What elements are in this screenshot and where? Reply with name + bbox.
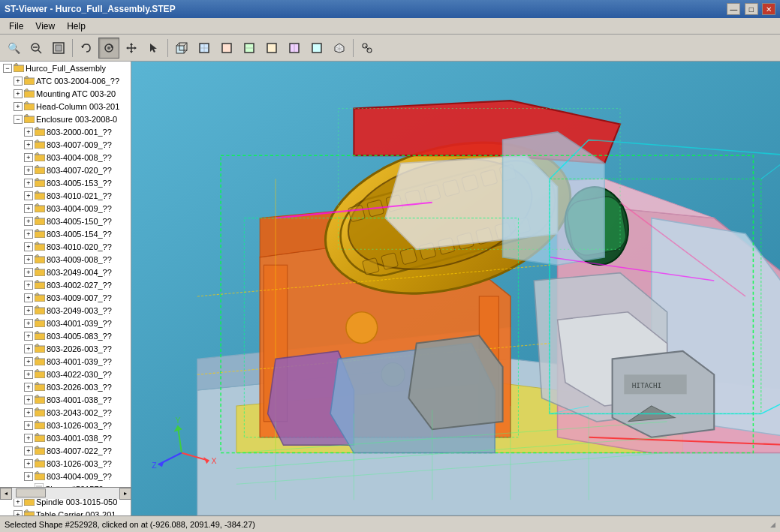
tree-expand-icon[interactable]: − xyxy=(14,115,23,124)
rotate-button[interactable] xyxy=(98,38,119,59)
tree-item-8[interactable]: +803-4007-020_?? xyxy=(0,164,131,176)
view-top-button[interactable] xyxy=(239,38,260,59)
tree-expand-icon[interactable]: + xyxy=(24,332,33,341)
tree-item-31[interactable]: +803-1026-003_?? xyxy=(0,457,131,470)
tree-expand-icon[interactable]: − xyxy=(3,64,12,73)
tree-expand-icon[interactable]: + xyxy=(14,77,23,86)
view-iso-button[interactable] xyxy=(329,38,350,59)
tree-item-1[interactable]: +ATC 003-2004-006_?? xyxy=(0,74,131,87)
menu-help[interactable]: Help xyxy=(61,20,92,33)
pan-button[interactable] xyxy=(121,38,142,59)
tree-expand-icon[interactable]: + xyxy=(24,370,33,379)
tree-expand-icon[interactable]: + xyxy=(24,383,33,392)
tree-expand-icon[interactable]: + xyxy=(24,204,33,213)
tree-item-30[interactable]: +803-4007-022_?? xyxy=(0,444,131,457)
tree-expand-icon[interactable]: + xyxy=(24,281,33,290)
svg-marker-58 xyxy=(35,203,39,206)
tree-expand-icon[interactable]: + xyxy=(24,446,33,455)
tree-item-29[interactable]: +803-4001-038_?? xyxy=(0,431,131,444)
view-box-button[interactable] xyxy=(171,38,192,59)
tree-item-6[interactable]: +803-4007-009_?? xyxy=(0,138,131,151)
tree-expand-icon[interactable]: + xyxy=(24,459,33,468)
tree-item-19[interactable]: +803-2049-003_?? xyxy=(0,304,131,317)
tree-item-13[interactable]: +803-4005-154_?? xyxy=(0,227,131,240)
tree-expand-icon[interactable]: + xyxy=(24,319,33,328)
tree-expand-icon[interactable]: + xyxy=(24,357,33,366)
tree-expand-icon[interactable]: + xyxy=(24,472,33,481)
tree-expand-icon[interactable]: + xyxy=(24,434,33,443)
scroll-right-arrow[interactable]: ▸ xyxy=(119,488,131,500)
tree-item-0[interactable]: −Hurco_Full_Assembly xyxy=(0,62,131,74)
close-button[interactable]: ✕ xyxy=(762,3,775,15)
svg-marker-48 xyxy=(35,140,39,142)
tree-expand-icon[interactable]: + xyxy=(24,408,33,417)
tree-expand-icon[interactable]: + xyxy=(14,102,23,111)
tree-item-22[interactable]: +803-2026-003_?? xyxy=(0,342,131,355)
tree-expand-icon[interactable]: + xyxy=(24,128,33,137)
tree-expand-icon[interactable]: + xyxy=(24,421,33,430)
tree-item-17[interactable]: +803-4002-027_?? xyxy=(0,278,131,291)
tree-item-26[interactable]: +803-4001-038_?? xyxy=(0,393,131,406)
tree-item-7[interactable]: +803-4004-008_?? xyxy=(0,151,131,164)
tree-item-16[interactable]: +803-2049-004_?? xyxy=(0,266,131,278)
tree-expand-icon[interactable]: + xyxy=(24,306,33,315)
view-back-button[interactable] xyxy=(216,38,237,59)
tree-expand-icon[interactable]: + xyxy=(24,395,33,404)
tree-item-35[interactable]: +Table Carrier 003-201 xyxy=(0,508,131,515)
fit-all-button[interactable] xyxy=(48,38,69,59)
tree-item-2[interactable]: +Mounting ATC 003-20 xyxy=(0,87,131,100)
view-right-button[interactable] xyxy=(306,38,327,59)
tree-item-10[interactable]: +803-4010-021_?? xyxy=(0,189,131,202)
tree-item-20[interactable]: +803-4001-039_?? xyxy=(0,317,131,329)
tree-item-27[interactable]: +803-2043-002_?? xyxy=(0,406,131,419)
tree-item-3[interactable]: +Head-Column 003-201 xyxy=(0,100,131,113)
tree-expand-icon[interactable]: + xyxy=(24,230,33,239)
tree-expand-icon[interactable]: + xyxy=(24,242,33,251)
tree-item-25[interactable]: +803-2026-003_?? xyxy=(0,380,131,393)
maximize-button[interactable]: □ xyxy=(745,3,758,15)
tree-item-21[interactable]: +803-4005-083_?? xyxy=(0,329,131,342)
tree-item-15[interactable]: +803-4009-008_?? xyxy=(0,253,131,266)
zoom-out-button[interactable] xyxy=(26,38,47,59)
filter-button[interactable] xyxy=(357,38,378,59)
tree-item-9[interactable]: +803-4005-153_?? xyxy=(0,176,131,189)
menu-file[interactable]: File xyxy=(3,20,29,33)
tree-item-24[interactable]: +803-4022-030_?? xyxy=(0,368,131,380)
tree-expand-icon[interactable]: + xyxy=(24,179,33,188)
tree-expand-icon[interactable]: + xyxy=(24,344,33,353)
view-bottom-button[interactable] xyxy=(261,38,282,59)
toolbar-sep-3 xyxy=(353,39,354,57)
tree-item-32[interactable]: +803-4004-009_?? xyxy=(0,470,131,482)
tree-item-4[interactable]: −Enclosure 003-2008-0 xyxy=(0,113,131,125)
tree-item-18[interactable]: +803-4009-007_?? xyxy=(0,291,131,304)
tree-item-28[interactable]: +803-1026-003_?? xyxy=(0,419,131,431)
menu-view[interactable]: View xyxy=(29,20,61,33)
tree-expand-icon[interactable]: + xyxy=(24,140,33,149)
tree-expand-icon[interactable]: + xyxy=(24,268,33,277)
tree-scrollbar[interactable]: ◂ ▸ xyxy=(0,487,131,499)
viewport[interactable]: HITACHI xyxy=(131,62,780,515)
tree-expand-icon[interactable]: + xyxy=(24,153,33,162)
zoom-in-button[interactable]: 🔍 xyxy=(3,38,24,59)
tree-expand-icon[interactable]: + xyxy=(24,255,33,264)
tree-expand-icon[interactable]: + xyxy=(24,191,33,200)
scroll-left-arrow[interactable]: ◂ xyxy=(0,488,12,500)
tree-item-12[interactable]: +803-4005-150_?? xyxy=(0,215,131,227)
tree-item-11[interactable]: +803-4004-009_?? xyxy=(0,202,131,215)
tree-expand-icon[interactable]: + xyxy=(14,89,23,98)
tree-expand-icon[interactable]: + xyxy=(14,510,23,516)
view-left-button[interactable] xyxy=(284,38,305,59)
undo-button[interactable] xyxy=(76,38,97,59)
tree-expand-icon[interactable]: + xyxy=(24,166,33,175)
tree-item-14[interactable]: +803-4010-020_?? xyxy=(0,240,131,253)
tree-expand-icon[interactable]: + xyxy=(24,293,33,302)
tree-item-5[interactable]: +803-2000-001_?? xyxy=(0,125,131,138)
tree-expand-icon[interactable]: + xyxy=(24,217,33,226)
select-button[interactable] xyxy=(143,38,164,59)
minimize-button[interactable]: — xyxy=(727,3,740,15)
scroll-thumb[interactable] xyxy=(16,488,46,497)
svg-marker-72 xyxy=(35,293,39,295)
view-front-button[interactable] xyxy=(194,38,215,59)
tree-icon xyxy=(24,76,35,86)
tree-item-23[interactable]: +803-4001-039_?? xyxy=(0,355,131,368)
